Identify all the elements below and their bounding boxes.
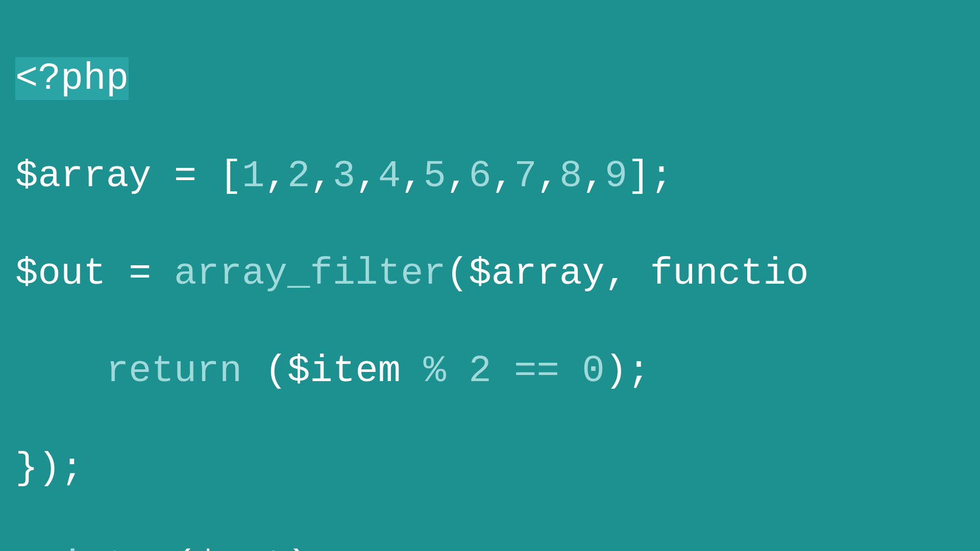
kw-return: return bbox=[106, 349, 242, 392]
code-line-6: print_r($out); bbox=[15, 542, 980, 551]
code-editor: <?php $array = [1,2,3,4,5,6,7,8,9]; $out… bbox=[0, 6, 980, 551]
fn-print-r: print_r bbox=[15, 544, 174, 551]
code-line-3: $out = array_filter($array, functio bbox=[15, 249, 980, 298]
fn-array-filter: array_filter bbox=[174, 252, 446, 295]
kw-function: functio bbox=[650, 252, 808, 295]
code-line-4: return ($item % 2 == 0); bbox=[15, 347, 980, 395]
var-array: $array bbox=[15, 155, 151, 197]
code-line-5: }); bbox=[15, 444, 980, 493]
code-line-2: $array = [1,2,3,4,5,6,7,8,9]; bbox=[15, 152, 980, 201]
php-open-tag: <?php bbox=[15, 57, 129, 100]
code-line-1: <?php bbox=[15, 55, 980, 103]
var-out: $out bbox=[15, 252, 106, 295]
